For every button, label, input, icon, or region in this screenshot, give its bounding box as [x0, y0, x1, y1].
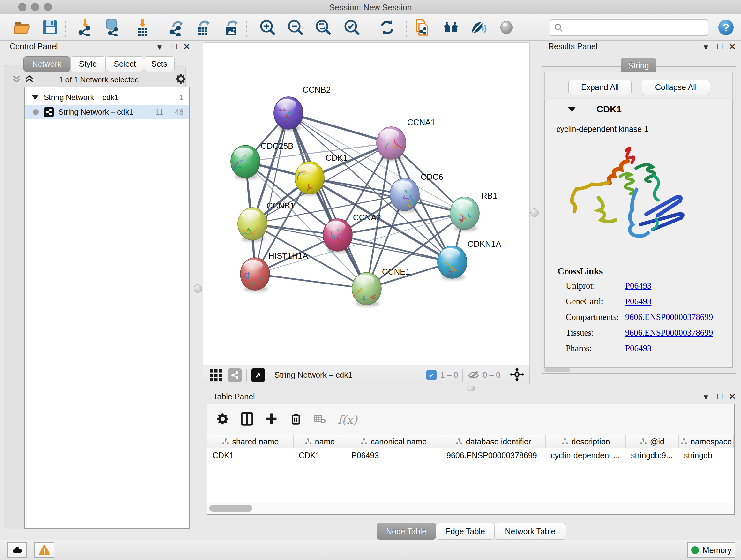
tab-edge-table[interactable]: Edge Table	[436, 523, 494, 540]
first-neighbors-icon[interactable]	[442, 18, 460, 37]
show-columns-icon[interactable]	[240, 412, 254, 427]
node-HIST1H1A[interactable]: HIST1H1A	[240, 251, 308, 292]
crosslink-link[interactable]: P06493	[625, 281, 652, 291]
network-tree-root-row[interactable]: String Network – cdk1 1	[24, 90, 189, 105]
table-cell[interactable]: cyclin-dependent ...	[546, 448, 626, 462]
control-panel-menu-icon[interactable]: ▼	[156, 44, 163, 51]
tab-network-table[interactable]: Network Table	[494, 523, 566, 540]
hidden-eye-icon[interactable]	[467, 368, 480, 382]
node-CDKN1A[interactable]: CDKN1A	[437, 239, 501, 280]
grid-view-icon[interactable]	[209, 368, 223, 383]
tree-expand-icon[interactable]	[31, 95, 39, 100]
save-session-icon[interactable]	[41, 18, 59, 37]
collapse-all-tree-icon[interactable]	[24, 74, 35, 85]
export-network-icon[interactable]	[167, 18, 186, 37]
bottom-splitter-handle[interactable]	[467, 386, 475, 391]
zoom-out-icon[interactable]	[286, 18, 305, 37]
results-panel-menu-icon[interactable]: ▼	[702, 44, 710, 51]
edge-CCNA2-CDKN1A[interactable]	[338, 235, 452, 262]
column-header-namespace[interactable]: namespace	[679, 435, 734, 448]
tab-style[interactable]: Style	[70, 56, 106, 72]
import-table-icon[interactable]	[133, 18, 152, 37]
zoom-selected-icon[interactable]	[343, 18, 361, 37]
results-panel-close-icon[interactable]: ✕	[729, 43, 736, 51]
import-network-icon[interactable]	[76, 18, 94, 37]
help-icon[interactable]: ?	[717, 18, 735, 37]
network-options-gear-icon[interactable]	[175, 73, 187, 86]
control-panel-close-icon[interactable]: ✕	[183, 43, 190, 51]
left-splitter-handle[interactable]	[194, 285, 202, 293]
node-CCNB1[interactable]: CCNB1	[238, 201, 294, 242]
zoom-fit-icon[interactable]	[314, 18, 333, 37]
add-column-icon[interactable]	[264, 412, 278, 427]
tab-node-table[interactable]: Node Table	[377, 523, 436, 540]
open-session-icon[interactable]	[13, 18, 31, 37]
node-result-header[interactable]: CDK1	[545, 99, 732, 119]
string-network-graph[interactable]: CCNB2CCNA1CDC25BCDK1CDC6RB1CCNB1CCNA2CDK…	[203, 43, 529, 365]
table-panel-menu-icon[interactable]: ▼	[702, 393, 710, 401]
tab-select[interactable]: Select	[106, 56, 144, 72]
clone-network-icon[interactable]	[412, 18, 431, 37]
cloud-button[interactable]	[7, 543, 27, 558]
node-CCNE1[interactable]: CCNE1	[352, 267, 410, 307]
warnings-button[interactable]	[35, 543, 54, 558]
table-cell[interactable]: P06493	[346, 448, 441, 462]
crosslink-link[interactable]: P06493	[625, 297, 652, 307]
column-header-@id[interactable]: @id	[626, 435, 679, 448]
network-tree-network-row[interactable]: String Network – cdk1 11 48	[24, 105, 189, 119]
refresh-icon[interactable]	[378, 18, 396, 37]
results-hscrollbar[interactable]	[544, 368, 570, 372]
node-RB1[interactable]: RB1	[450, 191, 497, 231]
level-of-detail-icon[interactable]	[497, 18, 516, 37]
table-cell[interactable]: 9606.ENSP00000378699	[441, 448, 546, 462]
table-cell[interactable]: stringdb:9...	[626, 448, 679, 462]
node-CDC25B[interactable]: CDC25B	[231, 141, 293, 179]
crosslink-link[interactable]: 9606.ENSP00000378699	[625, 312, 713, 322]
control-panel-float-icon[interactable]: □	[172, 42, 177, 51]
selected-checkbox-icon[interactable]	[426, 370, 436, 380]
column-header-description[interactable]: description	[546, 435, 626, 448]
export-image-icon[interactable]	[222, 18, 241, 37]
table-panel-close-icon[interactable]: ✕	[729, 392, 736, 401]
column-header-database-identifier[interactable]: database identifier	[441, 435, 546, 448]
function-builder-icon[interactable]: f(x)	[338, 413, 357, 426]
expand-all-tree-icon[interactable]	[11, 74, 22, 85]
memory-button[interactable]: Memory	[687, 543, 735, 558]
table-cell[interactable]: CDK1	[293, 448, 346, 462]
crosslink-link[interactable]: 9606.ENSP00000378699	[625, 328, 713, 338]
tab-sets[interactable]: Sets	[144, 56, 175, 72]
delete-table-icon[interactable]	[313, 413, 326, 427]
column-header-shared-name[interactable]: shared name	[207, 435, 293, 448]
table-cell[interactable]: CDK1	[207, 448, 293, 462]
column-header-name[interactable]: name	[293, 435, 346, 448]
expand-all-button[interactable]: Expand All	[568, 80, 631, 95]
collapse-all-button[interactable]: Collapse All	[642, 80, 710, 95]
zoom-in-icon[interactable]	[259, 18, 277, 37]
crosslink-link[interactable]: P06493	[625, 344, 652, 354]
edge-CCNB2-CCNA1[interactable]	[288, 113, 391, 143]
edge-HIST1H1A-CCNE1[interactable]	[255, 274, 367, 289]
right-splitter-handle[interactable]	[530, 208, 539, 217]
fit-content-icon[interactable]	[510, 367, 524, 383]
table-panel-float-icon[interactable]: □	[718, 392, 723, 401]
table-settings-gear-icon[interactable]	[216, 412, 230, 427]
import-database-icon[interactable]	[104, 18, 122, 37]
table-row[interactable]: CDK1CDK1P064939606.ENSP00000378699cyclin…	[207, 448, 734, 462]
collapse-entry-icon[interactable]	[568, 107, 576, 112]
column-header-canonical-name[interactable]: canonical name	[346, 435, 441, 448]
tab-network[interactable]: Network	[23, 56, 70, 72]
edge-CCNB2-CCNE1[interactable]	[288, 113, 367, 289]
export-table-icon[interactable]	[194, 18, 212, 37]
results-panel-float-icon[interactable]: □	[718, 42, 723, 51]
tab-string[interactable]: String	[621, 58, 656, 73]
show-hide-graphics-icon[interactable]	[469, 18, 488, 37]
table-cell[interactable]: stringdb	[679, 448, 734, 462]
node-CCNA1[interactable]: CCNA1	[377, 118, 435, 161]
table-hscrollbar-thumb[interactable]	[209, 505, 252, 512]
network-share-view-icon[interactable]	[228, 368, 242, 382]
delete-column-icon[interactable]	[289, 412, 302, 427]
search-input[interactable]	[567, 23, 708, 33]
network-canvas[interactable]: CCNB2CCNA1CDC25BCDK1CDC6RB1CCNB1CCNA2CDK…	[203, 43, 530, 365]
birds-eye-view-icon[interactable]	[251, 368, 265, 382]
edge-CCNB2-HIST1H1A[interactable]	[255, 113, 288, 274]
